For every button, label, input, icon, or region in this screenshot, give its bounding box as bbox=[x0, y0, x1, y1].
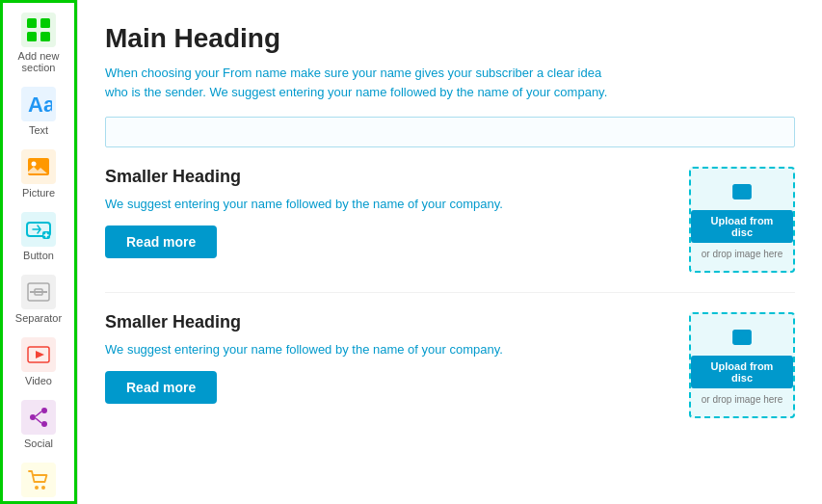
block-2-text: Smaller Heading We suggest entering your… bbox=[105, 312, 674, 404]
picture-icon bbox=[21, 149, 56, 184]
svg-marker-13 bbox=[36, 351, 44, 358]
sidebar-item-label: Separator bbox=[15, 312, 62, 324]
sidebar: Add new section Aa Text Picture bbox=[0, 0, 77, 504]
main-content: Main Heading When choosing your From nam… bbox=[77, 0, 822, 504]
svg-rect-1 bbox=[40, 18, 50, 28]
svg-line-18 bbox=[36, 418, 41, 423]
sidebar-item-button[interactable]: Button bbox=[5, 206, 72, 267]
block-1-description: We suggest entering your name followed b… bbox=[105, 195, 674, 214]
upload-area-2: Upload from disc or drop image here bbox=[689, 312, 795, 418]
checkout-icon bbox=[21, 463, 56, 497]
sidebar-item-label: Checkout bbox=[16, 500, 61, 504]
svg-point-20 bbox=[41, 486, 45, 490]
button-icon bbox=[21, 212, 56, 247]
sidebar-item-separator[interactable]: Separator bbox=[5, 269, 72, 330]
block-1-text: Smaller Heading We suggest entering your… bbox=[105, 167, 674, 258]
upload-image-icon-2 bbox=[731, 327, 753, 350]
sidebar-item-label: Text bbox=[29, 124, 48, 136]
read-more-button-1[interactable]: Read more bbox=[105, 225, 217, 258]
separator-icon bbox=[21, 275, 56, 309]
block-1-heading: Smaller Heading bbox=[105, 167, 674, 187]
svg-point-15 bbox=[30, 414, 36, 420]
sidebar-item-label: Add new section bbox=[18, 50, 60, 73]
sidebar-item-picture[interactable]: Picture bbox=[5, 144, 72, 204]
main-description: When choosing your From name make sure y… bbox=[105, 64, 625, 101]
upload-image-icon-1 bbox=[731, 181, 753, 204]
text-icon: Aa bbox=[21, 87, 56, 121]
social-icon bbox=[21, 400, 56, 435]
content-block-1: Smaller Heading We suggest entering your… bbox=[105, 167, 795, 293]
block-2-heading: Smaller Heading bbox=[105, 312, 674, 332]
sidebar-item-checkout[interactable]: Checkout bbox=[5, 457, 72, 504]
svg-point-24 bbox=[737, 332, 741, 336]
divider-bar bbox=[105, 117, 795, 147]
block-2-description: We suggest entering your name followed b… bbox=[105, 340, 674, 359]
sidebar-item-add-new-section[interactable]: Add new section bbox=[5, 7, 72, 79]
read-more-button-2[interactable]: Read more bbox=[105, 371, 217, 404]
main-heading: Main Heading bbox=[105, 23, 795, 54]
sidebar-item-video[interactable]: Video bbox=[5, 332, 72, 392]
add-new-section-icon bbox=[21, 13, 56, 47]
svg-line-17 bbox=[36, 411, 41, 416]
upload-from-disc-button-2[interactable]: Upload from disc bbox=[691, 356, 793, 388]
sidebar-item-text[interactable]: Aa Text bbox=[5, 81, 72, 142]
svg-point-16 bbox=[41, 421, 47, 427]
svg-point-22 bbox=[737, 187, 741, 191]
svg-point-19 bbox=[35, 486, 39, 490]
svg-rect-3 bbox=[40, 32, 50, 41]
upload-from-disc-button-1[interactable]: Upload from disc bbox=[691, 210, 793, 243]
svg-point-14 bbox=[41, 408, 47, 413]
sidebar-item-label: Social bbox=[24, 438, 53, 449]
sidebar-item-social[interactable]: Social bbox=[5, 394, 72, 455]
sidebar-item-label: Picture bbox=[22, 187, 55, 199]
sidebar-item-label: Button bbox=[23, 250, 54, 261]
content-block-2: Smaller Heading We suggest entering your… bbox=[105, 312, 795, 438]
svg-rect-0 bbox=[27, 18, 37, 28]
svg-rect-2 bbox=[27, 32, 37, 41]
drop-label-2: or drop image here bbox=[702, 394, 783, 405]
sidebar-item-label: Video bbox=[25, 375, 52, 386]
svg-point-6 bbox=[32, 162, 37, 167]
svg-text:Aa: Aa bbox=[28, 93, 52, 117]
video-icon bbox=[21, 337, 56, 372]
drop-label-1: or drop image here bbox=[702, 249, 783, 259]
upload-area-1: Upload from disc or drop image here bbox=[689, 167, 795, 273]
